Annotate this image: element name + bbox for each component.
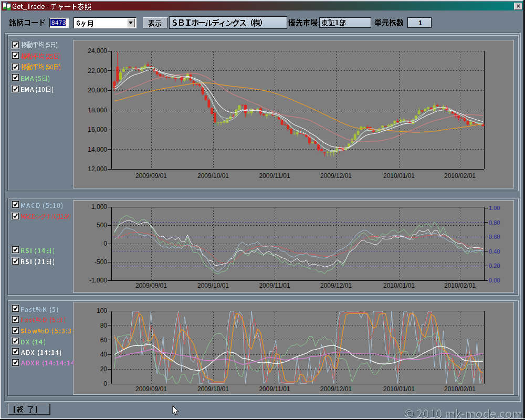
svg-text:60: 60 [100, 337, 108, 344]
svg-text:500: 500 [97, 222, 107, 229]
svg-text:24,000: 24,000 [88, 47, 107, 55]
svg-text:2009/11/01: 2009/11/01 [259, 172, 290, 180]
svg-text:2009/11/01: 2009/11/01 [259, 282, 290, 289]
svg-text:20,000: 20,000 [88, 87, 107, 94]
svg-text:2010/02/01: 2010/02/01 [444, 385, 476, 393]
svg-text:0: 0 [103, 240, 107, 247]
svg-text:2010/02/01: 2010/02/01 [444, 282, 476, 289]
svg-text:16,000: 16,000 [88, 126, 107, 133]
svg-text:-500: -500 [94, 258, 107, 266]
svg-text:0.80: 0.80 [489, 219, 500, 226]
svg-text:0.60: 0.60 [489, 234, 500, 240]
svg-text:2009/10/01: 2009/10/01 [197, 282, 229, 289]
svg-text:2009/09/01: 2009/09/01 [135, 172, 167, 180]
svg-text:2010/01/01: 2010/01/01 [383, 282, 415, 289]
svg-text:2010/01/01: 2010/01/01 [383, 172, 415, 180]
svg-text:0.20: 0.20 [489, 262, 500, 269]
svg-text:2009/12/01: 2009/12/01 [320, 172, 352, 180]
svg-text:2009/10/01: 2009/10/01 [197, 172, 229, 180]
svg-text:0.00: 0.00 [489, 277, 500, 284]
svg-text:18,000: 18,000 [88, 107, 107, 114]
svg-text:80: 80 [100, 322, 108, 329]
svg-text:2009/10/01: 2009/10/01 [197, 385, 229, 393]
svg-text:100: 100 [97, 307, 107, 314]
svg-text:-1,000: -1,000 [89, 277, 107, 284]
svg-text:2009/12/01: 2009/12/01 [320, 385, 352, 393]
svg-text:22,000: 22,000 [88, 67, 107, 75]
svg-text:2009/09/01: 2009/09/01 [135, 385, 167, 393]
svg-text:2009/11/01: 2009/11/01 [259, 385, 290, 393]
svg-text:40: 40 [100, 351, 108, 358]
svg-text:2010/01/01: 2010/01/01 [383, 385, 415, 393]
svg-text:2009/09/01: 2009/09/01 [135, 282, 167, 289]
svg-text:2010/02/01: 2010/02/01 [444, 172, 476, 180]
svg-text:0: 0 [103, 380, 107, 387]
svg-text:12,000: 12,000 [88, 165, 107, 173]
svg-text:2009/12/01: 2009/12/01 [320, 282, 352, 289]
svg-text:1,000: 1,000 [91, 203, 107, 211]
svg-text:0.40: 0.40 [489, 248, 500, 255]
svg-text:20: 20 [100, 365, 108, 373]
svg-text:14,000: 14,000 [88, 146, 107, 153]
svg-text:1.00: 1.00 [489, 205, 500, 211]
